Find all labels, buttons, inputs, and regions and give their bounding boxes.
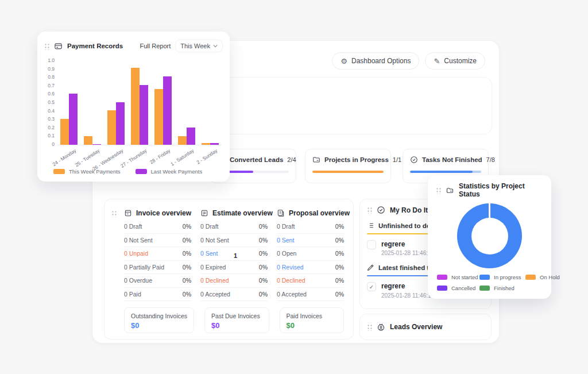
y-tick-label: 0.9 [44, 68, 55, 70]
bar [116, 102, 125, 145]
period-value: This Week [180, 43, 210, 49]
dashboard-options-button[interactable]: ⚙ Dashboard Options [332, 52, 419, 70]
row-label: 0 Paid [124, 291, 141, 298]
overview-row: 0 Accepted0% [200, 288, 268, 302]
stats-card-title: Statistics by Project Status [459, 182, 543, 198]
period-select[interactable]: This Week [175, 40, 223, 52]
row-value: 0% [335, 264, 344, 271]
kpi-label: Converted Leads [230, 156, 283, 163]
overview-row: 0 Draft0% [124, 220, 191, 234]
bar [60, 119, 69, 145]
overview-row: 0 Paid0% [124, 288, 191, 302]
y-tick-label: 0 [44, 143, 55, 145]
proposal-icon [277, 209, 285, 217]
row-label: 0 Draft [277, 223, 295, 230]
pencil-check-icon [367, 264, 374, 271]
full-report-link[interactable]: Full Report [140, 43, 171, 49]
legend-item: Last Week Payments [136, 168, 203, 175]
total-value: $0 [211, 321, 262, 330]
legend-label: On Hold [540, 274, 560, 280]
bar [210, 143, 219, 145]
chevron-down-icon [213, 44, 218, 48]
outstanding-invoices-card: Outstanding Invoices $0 [124, 307, 194, 333]
row-label: 0 Declined [277, 277, 305, 284]
proposal-overview-column: Proposal overview 0 Draft0% 0 Sent0% 0 O… [277, 206, 344, 301]
row-label: 0 Overdue [124, 277, 152, 284]
legend-item: Finished [479, 285, 525, 291]
customize-button[interactable]: ✎ Customize [425, 52, 485, 70]
payment-legend: This Week Payments Last Week Payments [53, 168, 230, 175]
legend-swatch-cancelled [437, 286, 447, 291]
bar [202, 143, 210, 145]
drag-handle-icon[interactable] [436, 187, 441, 194]
row-label: 0 Expired [200, 264, 226, 271]
bar-group [104, 59, 127, 145]
customize-label: Customize [444, 57, 477, 65]
x-tick-label: 1 - Saturday [169, 148, 195, 167]
legend-label: Cancelled [451, 285, 475, 291]
row-value: 0% [183, 277, 191, 284]
bar [131, 68, 140, 145]
legend-swatch-on-hold [525, 275, 536, 280]
list-icon [367, 222, 374, 229]
row-label: 0 Unpaid [124, 250, 148, 257]
dashboard-header-actions: ⚙ Dashboard Options ✎ Customize [332, 52, 485, 70]
overview-row: 0 Draft0% [277, 220, 344, 234]
kpi-label: Tasks Not Finished [422, 156, 482, 163]
section-title: Unfinished to do's [378, 222, 436, 229]
check-circle-icon [377, 206, 385, 214]
overview-row: 0 Unpaid0% [124, 247, 191, 261]
row-label: 0 Not Sent [200, 237, 229, 244]
column-title: Estimate overview [212, 209, 273, 217]
total-label: Outstanding Invoices [131, 313, 187, 319]
row-value: 0% [183, 264, 191, 271]
payment-card-icon [54, 42, 63, 51]
total-label: Paid Invoices [287, 313, 337, 319]
progress-bar [312, 171, 384, 173]
payment-xlabels: 24 - Monday25 - Tuesday26 - Wednesday27 … [57, 146, 222, 168]
todo-checkbox[interactable] [367, 240, 376, 249]
y-tick-label: 0.4 [44, 110, 55, 112]
legend-item: On Hold [525, 274, 560, 280]
overview-row: 0 Not Sent0% [124, 234, 191, 248]
overview-row: 0 Expired0% [200, 261, 268, 275]
todo-checkbox-checked[interactable]: ✓ [367, 282, 376, 291]
legend-item: This Week Payments [53, 168, 121, 175]
invoice-overview-column: Invoice overview 0 Draft0% 0 Not Sent0% … [124, 206, 191, 301]
payment-records-card: Payment Records Full Report This Week 1.… [37, 32, 230, 182]
leads-overview-title: Leads Overview [390, 323, 442, 331]
overview-row: 0 Sent0% [277, 234, 344, 248]
drag-handle-icon[interactable] [44, 43, 49, 50]
past-due-invoices-card: Past Due Invoices $0 [204, 307, 269, 333]
legend-swatch-last-week [136, 169, 147, 174]
drag-handle-icon[interactable] [367, 323, 372, 331]
overview-row: 0 Declined0% [200, 274, 268, 288]
overview-row: 0 Partially Paid0% [124, 261, 191, 275]
drag-handle-icon[interactable] [367, 206, 372, 214]
bar [69, 94, 78, 145]
bar [154, 89, 163, 145]
bar-group [80, 59, 104, 145]
drag-handle-icon[interactable] [111, 210, 117, 217]
legend-swatch-in-progress [479, 275, 490, 280]
bar [92, 144, 101, 145]
y-tick-label: 0.2 [44, 126, 55, 129]
legend-label: Not started [451, 274, 478, 280]
x-tick-label: 2 - Sunday [195, 148, 218, 165]
row-value: 0% [259, 223, 268, 230]
estimate-icon [200, 209, 208, 217]
pencil-icon: ✎ [434, 57, 440, 65]
leads-overview-icon [377, 323, 385, 331]
payment-yaxis: 1.00.90.80.70.60.50.40.30.20.10 [44, 59, 57, 145]
status-legend: Not started In progress On Hold Cancelle… [437, 274, 543, 291]
kpi-card-projects-in-progress[interactable]: Projects in Progress 1/1 [305, 149, 391, 183]
kpi-value: 1/1 [393, 156, 401, 163]
payment-records-title: Payment Records [67, 43, 135, 49]
row-label: 0 Draft [200, 223, 219, 230]
row-label: 0 Draft [124, 223, 142, 230]
row-label: 0 Open [277, 250, 296, 257]
row-value: 0% [183, 223, 191, 230]
legend-item: Not started [437, 274, 479, 280]
bar [84, 136, 92, 145]
total-value: $0 [287, 321, 337, 330]
